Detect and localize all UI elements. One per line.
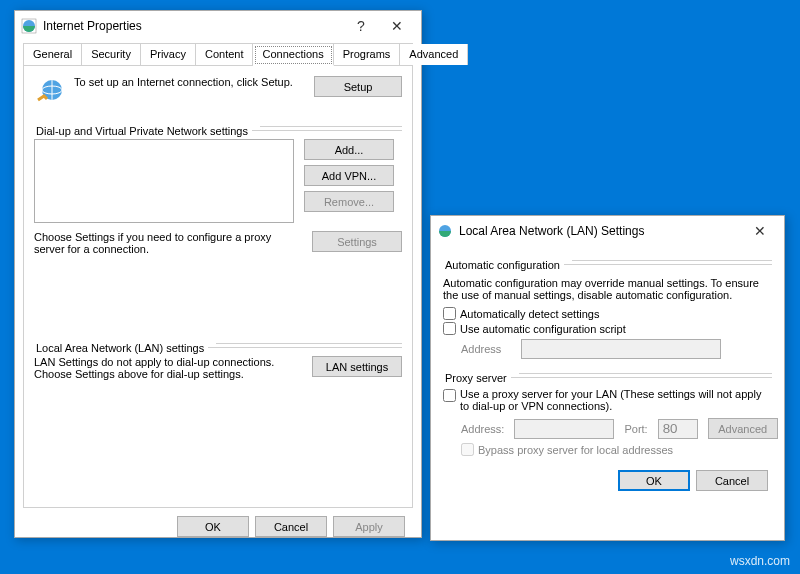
- tab-content[interactable]: Content: [196, 44, 254, 65]
- tab-advanced[interactable]: Advanced: [400, 44, 468, 65]
- script-address-label: Address: [461, 343, 511, 355]
- tab-security[interactable]: Security: [82, 44, 141, 65]
- internet-properties-window: Internet Properties ? ✕ General Security…: [14, 10, 422, 538]
- lan-ok-button[interactable]: OK: [618, 470, 690, 491]
- settings-button: Settings: [312, 231, 402, 252]
- tab-privacy[interactable]: Privacy: [141, 44, 196, 65]
- proxy-port-input: [658, 419, 698, 439]
- internet-options-icon: [437, 223, 453, 239]
- setup-text: To set up an Internet connection, click …: [74, 76, 306, 88]
- lan-help-text: LAN Settings do not apply to dial-up con…: [34, 356, 302, 380]
- dialup-listbox[interactable]: [34, 139, 294, 223]
- use-proxy-label: Use a proxy server for your LAN (These s…: [460, 388, 772, 412]
- add-vpn-button[interactable]: Add VPN...: [304, 165, 394, 186]
- lan-body: Automatic configuration Automatic config…: [431, 246, 784, 456]
- proxy-advanced-button: Advanced: [708, 418, 778, 439]
- lan-cancel-button[interactable]: Cancel: [696, 470, 768, 491]
- help-button[interactable]: ?: [343, 12, 379, 40]
- script-address-input: [521, 339, 721, 359]
- lan-close-button[interactable]: ✕: [742, 217, 778, 245]
- ok-button[interactable]: OK: [177, 516, 249, 537]
- proxy-address-input: [514, 419, 614, 439]
- close-button[interactable]: ✕: [379, 12, 415, 40]
- bypass-local-checkbox: Bypass proxy server for local addresses: [461, 443, 772, 456]
- use-proxy-checkbox[interactable]: Use a proxy server for your LAN (These s…: [443, 388, 772, 412]
- watermark: wsxdn.com: [730, 554, 790, 568]
- auto-detect-label: Automatically detect settings: [460, 308, 599, 320]
- window-title: Internet Properties: [43, 19, 343, 33]
- proxy-address-label: Address:: [461, 423, 504, 435]
- dialog-buttons: OK Cancel Apply: [23, 508, 413, 545]
- proxy-group-label: Proxy server: [441, 372, 511, 384]
- lan-settings-window: Local Area Network (LAN) Settings ✕ Auto…: [430, 215, 785, 541]
- lan-window-title: Local Area Network (LAN) Settings: [459, 224, 742, 238]
- dialup-group-label: Dial-up and Virtual Private Network sett…: [32, 125, 252, 137]
- internet-options-icon: [21, 18, 37, 34]
- tab-general[interactable]: General: [24, 44, 82, 65]
- auto-config-text: Automatic configuration may override man…: [443, 277, 772, 301]
- setup-button[interactable]: Setup: [314, 76, 402, 97]
- lan-settings-button[interactable]: LAN settings: [312, 356, 402, 377]
- titlebar: Internet Properties ? ✕: [15, 11, 421, 41]
- lan-titlebar: Local Area Network (LAN) Settings ✕: [431, 216, 784, 246]
- proxy-port-label: Port:: [624, 423, 647, 435]
- lan-group-label: Local Area Network (LAN) settings: [32, 342, 208, 354]
- tab-programs[interactable]: Programs: [334, 44, 401, 65]
- cancel-button[interactable]: Cancel: [255, 516, 327, 537]
- connections-panel: To set up an Internet connection, click …: [23, 66, 413, 508]
- apply-button: Apply: [333, 516, 405, 537]
- auto-config-group-label: Automatic configuration: [441, 259, 564, 271]
- tab-strip: General Security Privacy Content Connect…: [23, 43, 413, 66]
- use-script-checkbox[interactable]: Use automatic configuration script: [443, 322, 772, 335]
- add-button[interactable]: Add...: [304, 139, 394, 160]
- remove-button: Remove...: [304, 191, 394, 212]
- tab-connections[interactable]: Connections: [253, 44, 333, 66]
- use-script-label: Use automatic configuration script: [460, 323, 626, 335]
- globe-wizard-icon: [34, 76, 66, 108]
- choose-settings-text: Choose Settings if you need to configure…: [34, 231, 302, 255]
- auto-detect-checkbox[interactable]: Automatically detect settings: [443, 307, 772, 320]
- lan-dialog-buttons: OK Cancel: [439, 462, 776, 499]
- bypass-local-label: Bypass proxy server for local addresses: [478, 444, 673, 456]
